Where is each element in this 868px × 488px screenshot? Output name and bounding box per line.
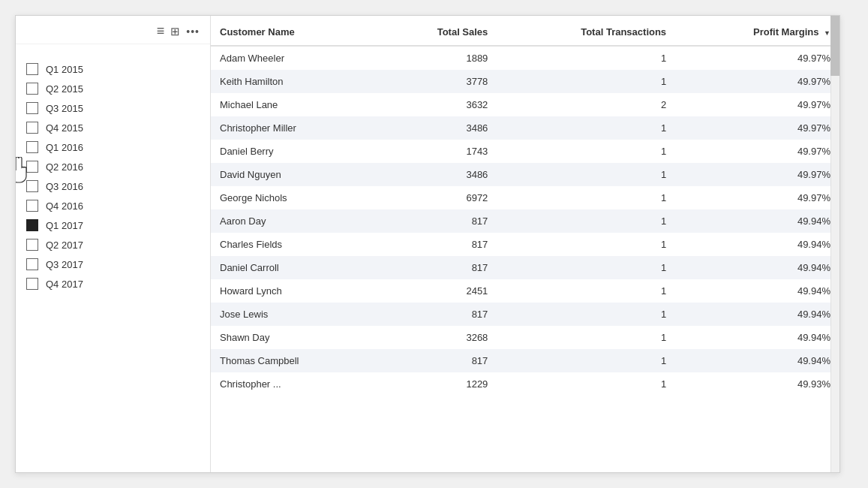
table-row[interactable]: Keith Hamilton3778149.97% [211,70,839,93]
table-row[interactable]: Christopher Miller3486149.97% [211,116,839,140]
col-total-sales[interactable]: Total Sales [378,16,497,46]
cell-total-transactions: 1 [497,256,675,279]
filter-item-label-q4-2015: Q4 2015 [46,122,83,134]
filter-toolbar [16,16,210,44]
cell-customer-name: Adam Wheeler [211,46,378,70]
scrollbar-thumb[interactable] [830,16,839,76]
cell-total-sales: 817 [378,303,497,326]
filter-item-q1-2016[interactable]: Q1 2016 [16,137,210,157]
filter-item-label-q2-2015: Q2 2015 [46,83,83,95]
cell-total-transactions: 1 [497,116,675,140]
checkbox-q1-2017[interactable] [26,219,38,231]
cell-total-transactions: 1 [497,372,675,396]
filter-item-q4-2017[interactable]: Q4 2017 [16,274,210,294]
cell-customer-name: Aaron Day [211,209,378,233]
checkbox-q4-2016[interactable] [26,200,38,212]
filter-item-label-q3-2016: Q3 2016 [46,181,83,192]
col-customer-name[interactable]: Customer Name [211,16,378,46]
table-panel: Customer Name Total Sales Total Transact… [211,16,839,472]
cell-profit-margins: 49.97% [675,46,839,70]
cell-profit-margins: 49.97% [675,70,839,93]
cell-total-transactions: 2 [497,93,675,116]
cell-total-sales: 3632 [378,93,497,116]
cell-total-transactions: 1 [497,186,675,209]
cell-total-transactions: 1 [497,209,675,233]
filter-item-q4-2016[interactable]: Q4 2016 [16,196,210,215]
lines-icon[interactable] [157,23,165,39]
table-row[interactable]: Charles Fields817149.94% [211,233,839,256]
table-row[interactable]: Aaron Day817149.94% [211,209,839,233]
col-total-transactions[interactable]: Total Transactions [497,16,675,46]
cell-total-transactions: 1 [497,279,675,303]
checkbox-q4-2015[interactable] [26,122,38,134]
filter-item-q3-2015[interactable]: Q3 2015 [16,98,210,118]
checkbox-q1-2015[interactable] [26,63,38,75]
cell-profit-margins: 49.94% [675,303,839,326]
filter-item-label-q1-2016: Q1 2016 [46,142,83,153]
filter-item-q2-2016[interactable]: Q2 2016 [16,157,210,176]
cell-profit-margins: 49.94% [675,233,839,256]
cell-total-sales: 817 [378,256,497,279]
more-icon[interactable] [186,26,200,38]
cell-total-sales: 3778 [378,70,497,93]
cell-customer-name: Daniel Carroll [211,256,378,279]
checkbox-q1-2016[interactable] [26,141,38,153]
cell-total-sales: 817 [378,349,497,372]
checkbox-q2-2016[interactable] [26,161,38,173]
checkbox-q2-2015[interactable] [26,83,38,95]
cell-profit-margins: 49.97% [675,186,839,209]
sort-down-icon: ▼ [824,29,830,37]
cell-total-sales: 3268 [378,326,497,349]
cell-total-transactions: 1 [497,163,675,186]
table-row[interactable]: Shawn Day3268149.94% [211,326,839,349]
filter-panel: Q1 2015Q2 2015Q3 2015Q4 2015Q1 2016Q2 20… [16,16,211,472]
grid-icon[interactable] [170,25,180,38]
cell-profit-margins: 49.94% [675,279,839,303]
table-row[interactable]: Thomas Campbell817149.94% [211,349,839,372]
cell-customer-name: Thomas Campbell [211,349,378,372]
cell-customer-name: Christopher Miller [211,116,378,140]
table-header-row: Customer Name Total Sales Total Transact… [211,16,839,46]
cell-customer-name: Keith Hamilton [211,70,378,93]
cell-customer-name: Charles Fields [211,233,378,256]
filter-item-q2-2017[interactable]: Q2 2017 [16,235,210,255]
table-row[interactable]: Christopher ...1229149.93% [211,372,839,396]
cell-customer-name: Shawn Day [211,326,378,349]
table-row[interactable]: Jose Lewis817149.94% [211,303,839,326]
table-row[interactable]: David Nguyen3486149.97% [211,163,839,186]
table-row[interactable]: Adam Wheeler1889149.97% [211,46,839,70]
cell-total-transactions: 1 [497,70,675,93]
cell-total-transactions: 1 [497,303,675,326]
filter-item-q1-2017[interactable]: Q1 2017 [16,215,210,235]
cell-profit-margins: 49.94% [675,326,839,349]
filter-item-label-q1-2015: Q1 2015 [46,64,83,75]
cell-customer-name: George Nichols [211,186,378,209]
cell-customer-name: David Nguyen [211,163,378,186]
filter-item-q1-2015[interactable]: Q1 2015 [16,59,210,79]
cell-total-sales: 1889 [378,46,497,70]
filter-header [16,44,210,56]
table-row[interactable]: Daniel Berry1743149.97% [211,140,839,163]
table-row[interactable]: Daniel Carroll817149.94% [211,256,839,279]
filter-item-label-q2-2017: Q2 2017 [46,239,83,251]
col-profit-margins[interactable]: Profit Margins ▼ [675,16,839,46]
checkbox-q4-2017[interactable] [26,278,38,290]
scrollbar-track[interactable] [830,16,839,472]
table-row[interactable]: Michael Lane3632249.97% [211,93,839,116]
cell-total-transactions: 1 [497,326,675,349]
filter-item-q3-2017[interactable]: Q3 2017 [16,255,210,274]
data-table: Customer Name Total Sales Total Transact… [211,16,839,396]
cell-customer-name: Howard Lynch [211,279,378,303]
checkbox-q3-2017[interactable] [26,258,38,270]
filter-item-q3-2016[interactable]: Q3 2016 [16,176,210,196]
cell-total-sales: 817 [378,209,497,233]
cell-profit-margins: 49.94% [675,209,839,233]
checkbox-q3-2016[interactable] [26,180,38,192]
table-row[interactable]: George Nichols6972149.97% [211,186,839,209]
checkbox-q2-2017[interactable] [26,239,38,251]
filter-item-label-q2-2016: Q2 2016 [46,161,83,173]
table-row[interactable]: Howard Lynch2451149.94% [211,279,839,303]
filter-item-q2-2015[interactable]: Q2 2015 [16,79,210,98]
checkbox-q3-2015[interactable] [26,102,38,114]
filter-item-q4-2015[interactable]: Q4 2015 [16,118,210,137]
